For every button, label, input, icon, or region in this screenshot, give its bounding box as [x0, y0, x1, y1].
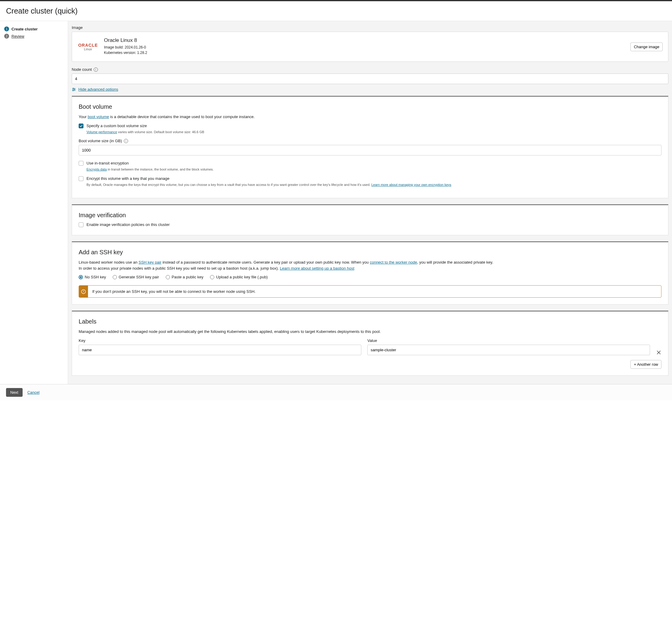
boot-volume-size-input[interactable] — [78, 145, 661, 156]
bastion-host-link[interactable]: Learn more about setting up a bastion ho… — [280, 266, 354, 270]
ssh-option-generate[interactable]: Generate SSH key pair — [113, 275, 159, 279]
node-count-label: Node count i — [72, 67, 668, 72]
label-value-input[interactable] — [367, 345, 650, 355]
in-transit-encryption-checkbox[interactable] — [78, 161, 83, 166]
ssh-option-upload[interactable]: Upload a public key file (.pub) — [210, 275, 268, 279]
main-content: Image ORACLE Linux Oracle Linux 8 Image … — [68, 21, 672, 384]
boot-volume-heading: Boot volume — [78, 104, 661, 110]
svg-point-3 — [74, 89, 75, 90]
label-key-heading: Key — [78, 338, 361, 343]
svg-point-8 — [83, 292, 84, 293]
warning-icon — [79, 285, 88, 297]
manage-key-learn-more-link[interactable]: Learn more about managing your own encry… — [371, 183, 451, 187]
labels-heading: Labels — [78, 318, 661, 325]
labels-card: Labels Managed nodes added to this manag… — [72, 311, 668, 376]
oracle-linux-logo-icon: ORACLE Linux — [77, 43, 99, 51]
image-verification-heading: Image verification — [78, 212, 661, 219]
image-card: ORACLE Linux Oracle Linux 8 Image build:… — [72, 32, 668, 62]
page-title: Create cluster (quick) — [0, 1, 672, 21]
enable-image-verification-label: Enable image verification policies on th… — [87, 222, 170, 227]
boot-size-label: Boot volume size (in GB) — [78, 139, 122, 143]
image-verification-card: Image verification Enable image verifica… — [72, 204, 668, 235]
svg-point-5 — [72, 90, 73, 91]
radio-icon — [113, 275, 117, 279]
image-section-label: Image — [72, 25, 668, 30]
info-icon[interactable]: i — [124, 139, 128, 143]
custom-boot-size-label: Specify a custom boot volume size — [87, 124, 147, 128]
encrypts-data-link[interactable]: Encrypts data — [87, 168, 107, 171]
sliders-icon — [72, 87, 76, 91]
custom-boot-size-checkbox[interactable] — [78, 124, 83, 128]
radio-icon — [210, 275, 214, 279]
svg-point-1 — [73, 88, 74, 89]
manage-key-checkbox[interactable] — [78, 176, 83, 181]
ssh-key-pair-link[interactable]: SSH key pair — [139, 260, 162, 264]
label-key-input[interactable] — [78, 345, 361, 355]
footer: Next Cancel — [0, 384, 672, 400]
ssh-options: No SSH key Generate SSH key pair Paste a… — [78, 275, 661, 279]
step-review[interactable]: 2 Review — [4, 34, 63, 39]
boot-volume-link[interactable]: boot volume — [88, 115, 109, 119]
step-label: Review — [11, 34, 24, 39]
info-icon[interactable]: i — [94, 67, 98, 72]
hide-advanced-options-link[interactable]: Hide advanced options — [78, 87, 118, 91]
ssh-key-heading: Add an SSH key — [78, 249, 661, 256]
manage-key-label: Encrypt this volume with a key that you … — [87, 176, 169, 181]
add-another-row-button[interactable]: + Another row — [630, 360, 661, 369]
boot-volume-card: Boot volume Your boot volume is a detach… — [72, 96, 668, 198]
image-name: Oracle Linux 8 — [104, 37, 625, 43]
change-image-button[interactable]: Change image — [630, 42, 663, 51]
image-k8s-version: Kubernetes version: 1.28.2 — [104, 51, 625, 55]
ssh-option-no-key[interactable]: No SSH key — [78, 275, 106, 279]
next-button[interactable]: Next — [6, 388, 23, 397]
label-value-heading: Value — [367, 338, 650, 343]
cancel-button[interactable]: Cancel — [27, 390, 39, 395]
radio-icon — [78, 275, 83, 279]
step-number-icon: 2 — [4, 34, 9, 39]
step-create-cluster[interactable]: 1 Create cluster — [4, 26, 63, 31]
image-build: Image build: 2024.01.26-0 — [104, 45, 625, 49]
remove-row-icon[interactable] — [656, 350, 661, 355]
wizard-steps: 1 Create cluster 2 Review — [0, 21, 68, 384]
boot-volume-desc: Your boot volume is a detachable device … — [78, 114, 661, 120]
node-count-input[interactable] — [72, 73, 668, 84]
ssh-option-paste[interactable]: Paste a public key — [166, 275, 204, 279]
radio-icon — [166, 275, 170, 279]
ssh-key-card: Add an SSH key Linux-based worker nodes … — [72, 241, 668, 304]
volume-performance-link[interactable]: Volume performance — [87, 130, 117, 134]
ssh-desc-1: Linux-based worker nodes use an SSH key … — [78, 259, 661, 271]
ssh-warning-banner: If you don't provide an SSH key, you wil… — [78, 285, 661, 298]
connect-worker-node-link[interactable]: connect to the worker node — [370, 260, 417, 264]
in-transit-encryption-label: Use in-transit encryption — [87, 161, 129, 165]
enable-image-verification-checkbox[interactable] — [78, 222, 83, 227]
step-label: Create cluster — [11, 27, 38, 31]
labels-desc: Managed nodes added to this managed node… — [78, 329, 661, 335]
ssh-warning-text: If you don't provide an SSH key, you wil… — [88, 285, 260, 297]
step-number-icon: 1 — [4, 26, 9, 31]
